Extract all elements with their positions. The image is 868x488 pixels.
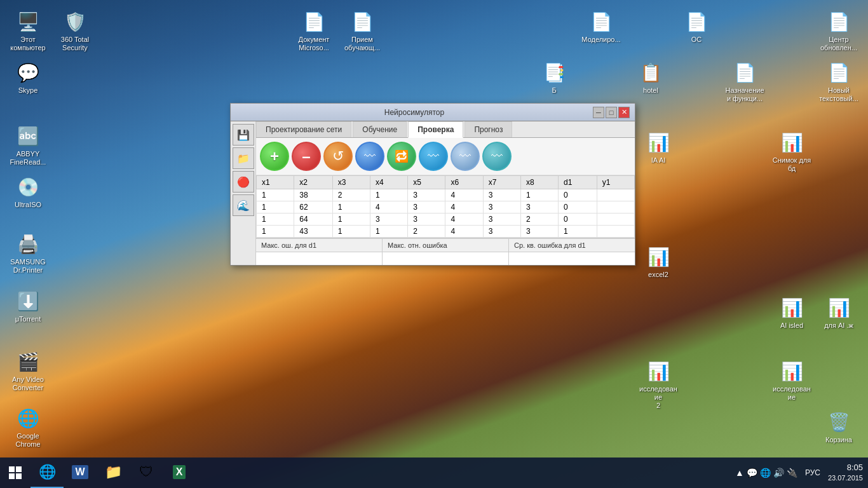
cell-r0-c2: 2: [332, 189, 370, 201]
desktop-icon-korzina[interactable]: 🗑️Корзина: [816, 407, 862, 447]
hotel-label: hotel: [643, 86, 658, 95]
close-button[interactable]: ✕: [618, 107, 630, 118]
tray-power[interactable]: 🔌: [787, 468, 797, 478]
tab-proverka[interactable]: Проверка: [408, 121, 463, 138]
desktop-icon-priem-obuchayusch[interactable]: 📄Прием обучающ...: [339, 6, 385, 55]
window-content: 💾 📁 🔴 🌊 Проектирование сети Обучение Про…: [231, 121, 635, 265]
toolbar-remove-button[interactable]: –: [292, 142, 321, 171]
taskbar-excel[interactable]: X: [163, 458, 196, 488]
toolbar: + – ↺ 〰 🔁 〰: [256, 138, 635, 175]
tray-network[interactable]: 🌐: [760, 468, 771, 478]
b-label: Б: [552, 86, 556, 95]
cell-r2-c0: 1: [257, 214, 294, 226]
desktop-icon-abbyy[interactable]: 🔤ABBYY FineRead...: [5, 121, 51, 169]
tab-obuchenie[interactable]: Обучение: [353, 121, 407, 137]
desktop-icon-ai-isled[interactable]: 📊AI isled: [769, 292, 815, 332]
this-computer-label: Этот компьютер: [10, 36, 45, 52]
desktop-icon-document-microsoft[interactable]: 📄Докумeнт Microsо...: [291, 6, 337, 55]
desktop-icon-samsung-printer[interactable]: 🖨️SAMSUNG Dr.Printer: [5, 229, 51, 277]
desktop-icon-excel2[interactable]: 📊excel2: [635, 241, 681, 281]
stat-value-rmse: [509, 252, 635, 265]
tray-language[interactable]: РУС: [805, 468, 820, 477]
cell-r3-c3: 1: [370, 226, 408, 238]
desktop-icon-this-computer[interactable]: 🖥️Этот компьютер: [5, 6, 51, 55]
sidebar-save-button[interactable]: 💾: [233, 124, 254, 146]
col-header-x8: x8: [520, 176, 558, 189]
tab-prognoz[interactable]: Прогноз: [465, 121, 512, 137]
cell-r1-c2: 1: [332, 201, 370, 214]
toolbar-wave1-button[interactable]: 〰: [355, 142, 384, 171]
cell-r0-c9: [597, 189, 634, 201]
ia-ai-icon: 📊: [646, 130, 671, 155]
this-computer-icon: 🖥️: [15, 9, 41, 34]
desktop-icon-issledovanie2[interactable]: 📊исследование: [769, 356, 815, 404]
desktop-icon-snimok-dlya-bd[interactable]: 📊Снимок для бд: [769, 127, 815, 175]
desktop-icon-os[interactable]: 📄ОС: [674, 6, 719, 46]
tab-proektirovanie[interactable]: Проектирование сети: [256, 121, 351, 137]
taskbar: 🌐 W 📁 🛡 X ▲ 💬 🌐 🔊 🔌 РУС: [0, 458, 868, 488]
window-controls: ─ □ ✕: [593, 107, 630, 118]
novyi-tekstovyi-label: Новый текстовый...: [819, 86, 858, 103]
os-icon: 📄: [684, 9, 709, 34]
taskbar-defender[interactable]: 🛡: [130, 458, 163, 488]
stats-area: Макс. ош. для d1 Макс. отн. ошибка Ср. к…: [256, 238, 635, 265]
cell-r2-c3: 3: [370, 214, 408, 226]
cell-r0-c8: 0: [559, 189, 597, 201]
sidebar-open-button[interactable]: 📁: [233, 147, 254, 169]
cell-r0-c4: 3: [408, 189, 445, 201]
toolbar-add-button[interactable]: +: [260, 142, 289, 171]
cell-r0-c6: 3: [483, 189, 520, 201]
tray-msg[interactable]: 💬: [747, 468, 757, 478]
table-row: 1621434330: [257, 201, 635, 214]
minimize-button[interactable]: ─: [593, 107, 604, 118]
desktop-icon-ultraiso[interactable]: 💿UltraISO: [5, 172, 51, 212]
desktop-icon-b[interactable]: 📑Б: [531, 57, 577, 97]
desktop-icon-hotel[interactable]: 📋hotel: [628, 57, 674, 97]
desktop-icon-dlya-ai-zh[interactable]: 📊для AI .ж: [816, 292, 862, 332]
maximize-button[interactable]: □: [606, 107, 617, 118]
table-row: 1641334320: [257, 214, 635, 226]
desktop: 🖥️Этот компьютер🛡️360 Total Security📄Док…: [0, 0, 868, 488]
sidebar-wave-button[interactable]: 🌊: [233, 194, 254, 216]
toolbar-refresh-button[interactable]: ↺: [323, 142, 353, 171]
cell-r1-c8: 0: [559, 201, 597, 214]
taskbar-word[interactable]: W: [64, 458, 97, 488]
clock[interactable]: 8:05 23.07.2015: [828, 463, 863, 482]
document-microsoft-label: Докумeнт Microsо...: [299, 36, 330, 52]
toolbar-loop-button[interactable]: 🔁: [387, 142, 416, 171]
taskbar-items: 🌐 W 📁 🛡 X: [31, 458, 730, 488]
col-header-d1: d1: [559, 176, 597, 189]
toolbar-wave3-button[interactable]: 〰: [451, 142, 480, 171]
desktop-icon-skype[interactable]: 💬Skype: [5, 57, 51, 97]
desktop-icon-any-video-converter[interactable]: 🎬Any Video Converter: [5, 346, 51, 395]
desktop-icon-issledovanie[interactable]: 📊исследование 2: [635, 356, 681, 413]
sidebar-refresh-button[interactable]: 🔴: [233, 171, 254, 193]
desktop-icon-modeliro[interactable]: 📄Моделиро...: [578, 6, 624, 46]
utorrent-icon: ⬇️: [15, 288, 41, 314]
table-row: 1382134310: [257, 189, 635, 201]
toolbar-wave4-button[interactable]: 〰: [482, 142, 512, 171]
abbyy-label: ABBYY FineRead...: [10, 150, 46, 166]
left-sidebar: 💾 📁 🔴 🌊: [231, 121, 256, 265]
desktop-icon-ia-ai[interactable]: 📊IA AI: [635, 127, 681, 167]
desktop-icon-utorrent[interactable]: ⬇️μTorrent: [5, 286, 51, 326]
ultraiso-label: UltraISO: [15, 201, 41, 209]
issledovanie-label: исследование 2: [638, 385, 679, 410]
cell-r2-c4: 3: [408, 214, 445, 226]
cell-r2-c2: 1: [332, 214, 370, 226]
issledovanie2-label: исследование: [771, 385, 812, 402]
desktop-icon-novyi-tekstovyi[interactable]: 📄Новый текстовый...: [816, 57, 862, 105]
desktop-icon-naznachenie[interactable]: 📄Назначение и функци...: [722, 57, 768, 105]
tray-expand[interactable]: ▲: [735, 468, 744, 478]
start-button[interactable]: [0, 458, 31, 488]
desktop-icon-360-total-security[interactable]: 🛡️360 Total Security: [52, 6, 98, 55]
taskbar-explorer[interactable]: 📁: [97, 458, 130, 488]
desktop-icon-tsentr-obnovlen[interactable]: 📄Центр обновлен...: [816, 6, 862, 55]
cell-r3-c6: 3: [483, 226, 520, 238]
google-chrome-label: Google Chrome: [15, 432, 40, 449]
desktop-icon-google-chrome[interactable]: 🌐Google Chrome: [5, 403, 51, 451]
toolbar-wave2-button[interactable]: 〰: [419, 142, 448, 171]
taskbar-chrome[interactable]: 🌐: [31, 458, 64, 488]
cell-r0-c1: 38: [294, 189, 333, 201]
tray-volume[interactable]: 🔊: [773, 468, 784, 478]
